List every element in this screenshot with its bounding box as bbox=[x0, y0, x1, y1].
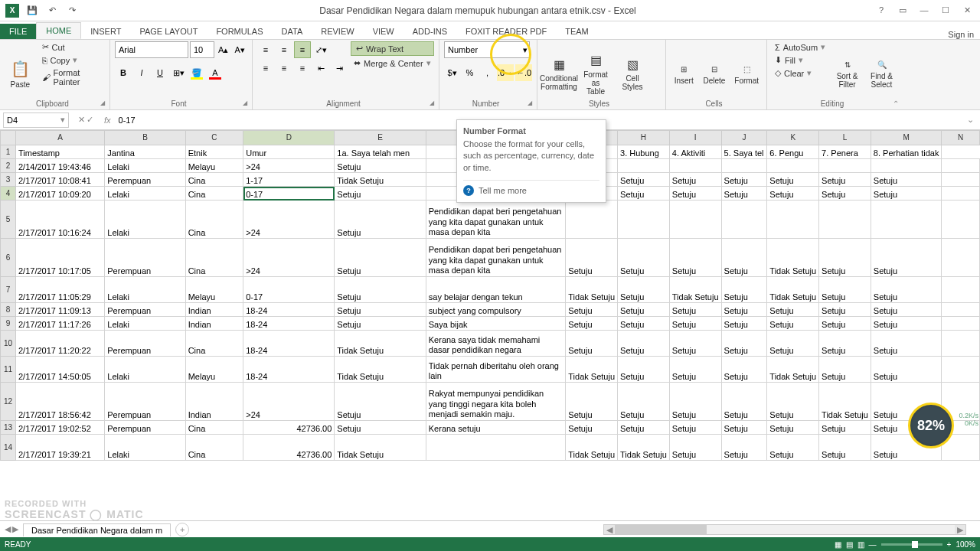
cell[interactable]: Setuju bbox=[721, 317, 767, 331]
column-header[interactable]: I bbox=[669, 131, 721, 145]
cell[interactable]: Setuju bbox=[721, 173, 767, 187]
cell[interactable]: 4. Aktiviti bbox=[669, 145, 721, 159]
cell[interactable]: Indian bbox=[185, 383, 243, 421]
cell[interactable]: Setuju bbox=[767, 303, 819, 317]
cell[interactable]: >24 bbox=[243, 239, 335, 277]
conditional-formatting-button[interactable]: ▦Conditional Formatting bbox=[542, 41, 576, 108]
font-color-button[interactable]: A bbox=[207, 64, 224, 81]
paste-button[interactable]: 📋 Paste bbox=[5, 41, 36, 108]
row-header[interactable]: 11 bbox=[1, 357, 16, 383]
row-header[interactable]: 3 bbox=[1, 173, 16, 187]
cell[interactable]: Setuju bbox=[871, 317, 942, 331]
row-header[interactable]: 1 bbox=[1, 145, 16, 159]
cell[interactable]: Setuju bbox=[819, 187, 871, 201]
column-header[interactable]: M bbox=[871, 131, 942, 145]
tab-foxit[interactable]: FOXIT READER PDF bbox=[456, 24, 556, 39]
cell[interactable]: 18-24 bbox=[243, 357, 335, 383]
cell[interactable] bbox=[942, 277, 980, 303]
cell[interactable]: Tidak Setuju bbox=[566, 357, 618, 383]
cell[interactable]: Setuju bbox=[767, 435, 819, 461]
cell[interactable]: 18-24 bbox=[243, 331, 335, 357]
row-header[interactable]: 7 bbox=[1, 277, 16, 303]
tab-nav-prev-icon[interactable]: ◀ bbox=[5, 524, 11, 534]
cell[interactable]: Lelaki bbox=[105, 187, 185, 201]
insert-cells-button[interactable]: ⊞Insert bbox=[671, 41, 697, 108]
cell[interactable] bbox=[942, 187, 980, 201]
row-header[interactable]: 6 bbox=[1, 239, 16, 277]
cell[interactable]: Setuju bbox=[871, 303, 942, 317]
increase-indent-icon[interactable]: ⇥ bbox=[331, 60, 348, 77]
decrease-font-icon[interactable]: A▾ bbox=[233, 41, 248, 58]
cell[interactable]: Setuju bbox=[721, 331, 767, 357]
tab-review[interactable]: REVIEW bbox=[312, 24, 363, 39]
cell[interactable]: Timestamp bbox=[15, 145, 104, 159]
cell[interactable]: Cina bbox=[185, 239, 243, 277]
sort-filter-button[interactable]: ⇅Sort & Filter bbox=[831, 41, 863, 108]
fill-button[interactable]: ⬇Fill▾ bbox=[772, 54, 828, 66]
cell[interactable] bbox=[767, 201, 819, 239]
cell[interactable]: Setuju bbox=[871, 239, 942, 277]
underline-button[interactable]: U bbox=[152, 64, 168, 81]
cell[interactable]: Setuju bbox=[618, 317, 670, 331]
number-dialog-launcher[interactable]: ◢ bbox=[528, 99, 535, 107]
cell[interactable]: Setuju bbox=[566, 383, 618, 421]
align-right-icon[interactable]: ≡ bbox=[294, 60, 311, 77]
row-header[interactable]: 2 bbox=[1, 159, 16, 173]
sheet-tab[interactable]: Dasar Pendidikan Negara dalam m bbox=[23, 523, 171, 536]
autosum-button[interactable]: ΣAutoSum▾ bbox=[772, 41, 828, 53]
cell[interactable]: Rakyat mempunyai pendidikan yang tinggi … bbox=[426, 383, 566, 421]
cell[interactable]: 0-17 bbox=[243, 277, 335, 303]
alignment-dialog-launcher[interactable]: ◢ bbox=[430, 99, 437, 107]
cell[interactable]: Setuju bbox=[335, 277, 426, 303]
cell[interactable] bbox=[618, 159, 670, 173]
cell[interactable]: Setuju bbox=[871, 331, 942, 357]
cell[interactable]: Setuju bbox=[767, 317, 819, 331]
cell[interactable]: Tidak Setuju bbox=[819, 383, 871, 421]
align-middle-icon[interactable]: ≡ bbox=[276, 41, 292, 58]
row-header[interactable]: 9 bbox=[1, 317, 16, 331]
clipboard-dialog-launcher[interactable]: ◢ bbox=[100, 99, 108, 107]
cell[interactable]: Cina bbox=[185, 435, 243, 461]
cell[interactable]: Setuju bbox=[335, 317, 426, 331]
cell[interactable] bbox=[871, 201, 942, 239]
cell[interactable]: Setuju bbox=[767, 331, 819, 357]
cell[interactable]: Setuju bbox=[721, 383, 767, 421]
cell[interactable]: Setuju bbox=[721, 277, 767, 303]
cell[interactable]: Setuju bbox=[721, 421, 767, 435]
page-break-view-icon[interactable]: ▥ bbox=[858, 540, 864, 549]
merge-center-button[interactable]: ⬌Merge & Center▾ bbox=[351, 57, 434, 69]
cell[interactable]: Setuju bbox=[721, 357, 767, 383]
cell[interactable]: 8. Perhatian tidak bbox=[871, 145, 942, 159]
cell[interactable]: Kerana setuju bbox=[426, 421, 566, 435]
fx-icon[interactable]: fx bbox=[100, 116, 116, 125]
cell[interactable]: Setuju bbox=[618, 421, 670, 435]
cell[interactable]: Setuju bbox=[669, 331, 721, 357]
cell[interactable] bbox=[942, 201, 980, 239]
cell[interactable]: Setuju bbox=[819, 331, 871, 357]
cell[interactable]: Setuju bbox=[819, 277, 871, 303]
cell[interactable]: Setuju bbox=[618, 277, 670, 303]
cell[interactable]: Tidak Setuju bbox=[669, 277, 721, 303]
cell[interactable]: Setuju bbox=[618, 331, 670, 357]
cell[interactable]: Setuju bbox=[335, 187, 426, 201]
cell[interactable]: Tidak Setuju bbox=[566, 277, 618, 303]
cell[interactable]: Setuju bbox=[871, 173, 942, 187]
align-center-icon[interactable]: ≡ bbox=[276, 60, 292, 77]
tab-home[interactable]: HOME bbox=[36, 22, 81, 39]
cell[interactable] bbox=[669, 201, 721, 239]
zoom-in-icon[interactable]: + bbox=[947, 540, 952, 549]
horizontal-scrollbar[interactable]: ◀▶ bbox=[603, 524, 966, 535]
cell[interactable]: Tidak Setuju bbox=[335, 357, 426, 383]
row-header[interactable]: 13 bbox=[1, 421, 16, 435]
cell[interactable]: Tidak Setuju bbox=[335, 331, 426, 357]
cell[interactable]: Setuju bbox=[335, 421, 426, 435]
cell[interactable]: Cina bbox=[185, 173, 243, 187]
column-header[interactable]: D bbox=[243, 131, 335, 145]
cell[interactable]: Setuju bbox=[335, 201, 426, 239]
cell[interactable]: Setuju bbox=[819, 317, 871, 331]
column-header[interactable]: J bbox=[721, 131, 767, 145]
cell[interactable]: Setuju bbox=[618, 357, 670, 383]
cell[interactable]: Lelaki bbox=[105, 435, 185, 461]
cancel-formula-icon[interactable]: ✕ bbox=[78, 115, 85, 125]
cell[interactable]: >24 bbox=[243, 159, 335, 173]
